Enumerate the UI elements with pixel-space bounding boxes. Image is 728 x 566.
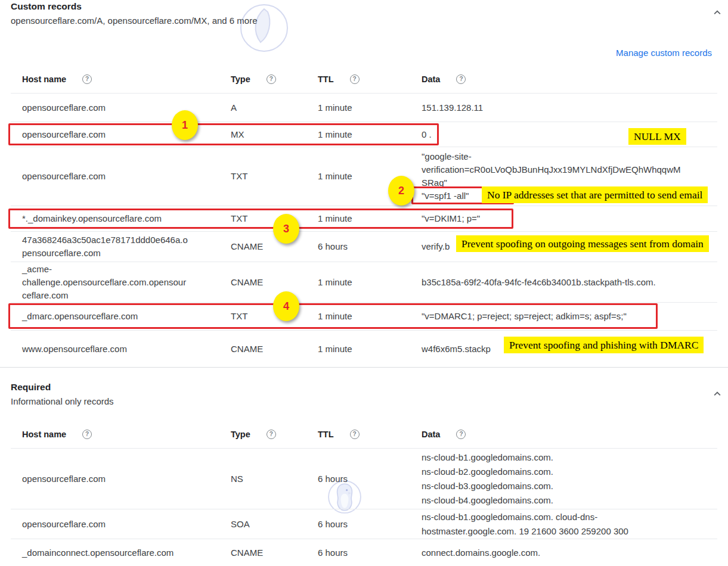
record-data: ns-cloud-b1.googledomains.com. cloud-dns…	[422, 510, 690, 539]
record-type: CNAME	[231, 546, 318, 560]
record-data-line: "google-site-verification=cR0oLVoQbJBunH…	[422, 150, 684, 189]
table-header-row: Host name ? Type ? TTL ? Data ?	[11, 430, 717, 449]
dns-record-row: _acme-challenge.opensourceflare.com.open…	[11, 262, 717, 303]
collapse-section-button[interactable]	[710, 386, 725, 402]
record-data-line: ns-cloud-b2.googledomains.com.	[422, 465, 684, 479]
annotation-badge-3: 3	[273, 214, 299, 244]
data-header: Data	[422, 430, 440, 439]
record-data: connect.domains.google.com.	[422, 546, 690, 560]
record-ttl: 1 minute	[318, 101, 422, 114]
dns-record-row: www.opensourceflare.com CNAME 1 minute w…	[11, 331, 717, 368]
record-data: 151.139.128.11	[422, 101, 690, 114]
record-ttl: 6 hours	[318, 517, 422, 531]
record-data: "v=DKIM1; p="	[422, 212, 690, 225]
help-icon[interactable]: ?	[456, 430, 466, 439]
manage-custom-records-link[interactable]: Manage custom records	[616, 48, 712, 58]
dns-record-row: *._domainkey.opensourceflare.com TXT 1 m…	[11, 206, 717, 232]
record-data-line: ns-cloud-b3.googledomains.com.	[422, 479, 684, 493]
record-host: 47a368246a3c50ac1e78171ddd0e646a.opensou…	[22, 234, 231, 260]
help-icon[interactable]: ?	[82, 430, 92, 439]
record-ttl: 6 hours	[318, 472, 422, 486]
record-data: ns-cloud-b1.googledomains.com. ns-cloud-…	[422, 450, 690, 508]
record-type: CNAME	[231, 276, 318, 289]
dns-record-row: opensourceflare.com A 1 minute 151.139.1…	[11, 94, 717, 122]
dns-records-page: Custom records opensourceflare.com/A, op…	[0, 0, 728, 566]
annotation-badge-4: 4	[273, 291, 299, 321]
record-type: CNAME	[231, 343, 318, 356]
record-host: www.opensourceflare.com	[22, 343, 231, 356]
help-icon[interactable]: ?	[267, 430, 276, 439]
record-host: opensourceflare.com	[22, 517, 231, 531]
record-data: "v=DMARC1; p=reject; sp=reject; adkim=s;…	[422, 310, 690, 323]
host-name-header: Host name	[22, 74, 66, 84]
record-type: SOA	[231, 517, 318, 531]
chevron-up-icon	[711, 6, 724, 19]
annotation-label-spf: No IP addresses set that are permitted t…	[482, 186, 708, 203]
dns-record-row: opensourceflare.com SOA 6 hours ns-cloud…	[11, 509, 717, 539]
record-ttl: 6 hours	[318, 240, 422, 253]
help-icon[interactable]: ?	[350, 430, 360, 439]
help-icon[interactable]: ?	[82, 74, 92, 84]
record-host: opensourceflare.com	[22, 472, 231, 486]
section-subtitle: opensourceflare.com/A, opensourceflare.c…	[11, 15, 258, 26]
record-host: *._domainkey.opensourceflare.com	[22, 212, 231, 225]
record-host: opensourceflare.com	[22, 101, 231, 114]
type-header: Type	[231, 74, 250, 84]
required-records-table: opensourceflare.com NS 6 hours ns-cloud-…	[11, 449, 717, 566]
record-host: _dmarc.opensourceflare.com	[22, 310, 231, 323]
annotation-badge-1: 1	[172, 110, 198, 140]
help-icon[interactable]: ?	[267, 74, 276, 84]
help-icon[interactable]: ?	[350, 74, 360, 84]
dns-record-row: opensourceflare.com MX 1 minute 0 . 1 NU…	[11, 122, 717, 147]
custom-records-table: opensourceflare.com A 1 minute 151.139.1…	[11, 94, 717, 368]
record-data-line: ns-cloud-b4.googledomains.com.	[422, 493, 684, 508]
host-name-header: Host name	[22, 430, 66, 439]
record-host: opensourceflare.com	[22, 170, 231, 183]
record-type: CNAME	[231, 240, 318, 253]
record-ttl: 1 minute	[318, 310, 422, 323]
custom-records-header: Custom records opensourceflare.com/A, op…	[11, 1, 258, 26]
annotation-label-null-mx: NULL MX	[628, 128, 686, 145]
section-title: Required	[11, 382, 114, 393]
section-subtitle: Informational only records	[11, 396, 114, 407]
record-type: TXT	[231, 170, 318, 183]
dns-record-row: opensourceflare.com NS 6 hours ns-cloud-…	[11, 449, 717, 509]
record-host: _acme-challenge.opensourceflare.com.open…	[22, 263, 231, 302]
record-host: _domainconnect.opensourceflare.com	[22, 546, 231, 560]
annotation-label-dmarc: Prevent spoofing and phishing with DMARC	[504, 337, 704, 353]
record-ttl: 1 minute	[318, 343, 422, 356]
table-header-row: Host name ? Type ? TTL ? Data ?	[11, 74, 717, 94]
help-icon[interactable]: ?	[456, 74, 466, 84]
ttl-header: TTL	[318, 74, 334, 84]
section-divider	[0, 367, 728, 368]
annotation-badge-2: 2	[388, 176, 414, 206]
record-ttl: 1 minute	[318, 276, 422, 289]
record-host: opensourceflare.com	[22, 128, 231, 141]
record-type: A	[231, 101, 318, 114]
dns-record-row: opensourceflare.com TXT 1 minute "google…	[11, 147, 717, 206]
dns-record-row: 47a368246a3c50ac1e78171ddd0e646a.opensou…	[11, 232, 717, 262]
annotation-label-dkim: Prevent spoofing on outgoing messages se…	[456, 235, 709, 252]
section-title: Custom records	[11, 1, 258, 12]
record-ttl: 6 hours	[318, 546, 422, 560]
type-header: Type	[231, 430, 250, 439]
record-ttl: 1 minute	[318, 212, 422, 225]
chevron-up-icon	[711, 387, 724, 400]
ttl-header: TTL	[318, 430, 334, 439]
required-records-header: Required Informational only records	[11, 382, 114, 407]
dns-record-row: _domainconnect.opensourceflare.com CNAME…	[11, 539, 717, 566]
record-data: b35c185a-69f2-40fa-94fc-fe4c6b34001b.sta…	[422, 276, 690, 289]
record-type: NS	[231, 472, 318, 486]
record-data-line: ns-cloud-b1.googledomains.com.	[422, 450, 684, 465]
record-type: MX	[231, 128, 318, 141]
record-ttl: 1 minute	[318, 128, 422, 141]
data-header: Data	[422, 74, 440, 84]
dns-record-row: _dmarc.opensourceflare.com TXT 1 minute …	[11, 303, 717, 331]
collapse-section-button[interactable]	[710, 5, 725, 20]
